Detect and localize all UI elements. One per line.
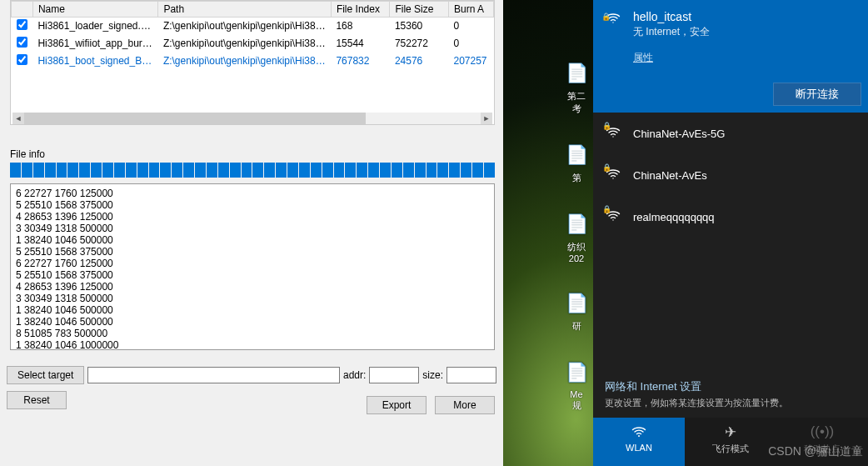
quick-action-飞行模式[interactable]: ✈飞行模式 <box>685 418 776 466</box>
horizontal-scrollbar[interactable]: ◄ ► <box>12 113 492 124</box>
quick-action-label: WLAN <box>593 443 685 453</box>
progress-segment <box>149 163 160 178</box>
progress-segment <box>403 163 414 178</box>
progress-segment <box>207 163 217 178</box>
col-burn[interactable]: Burn A <box>448 2 493 18</box>
wifi-secure-icon: 🔒 <box>605 208 623 226</box>
wifi-item-label: ChinaNet-AvEs <box>633 169 707 182</box>
desktop-icons-column: 📄第二考📄第📄纺织202📄研📄Me规 <box>560 58 593 437</box>
wifi-current-network[interactable]: 🔒 hello_itcast 无 Internet，安全 属性 断开连接 <box>593 0 868 113</box>
log-textarea[interactable]: 6 22727 1760 125000 5 25510 1568 375000 … <box>10 183 495 350</box>
col-file-index[interactable]: File Index <box>331 2 390 18</box>
progress-segment <box>334 163 345 178</box>
desktop-shortcut[interactable]: 📄纺织202 <box>560 209 593 263</box>
progress-segment <box>102 163 113 178</box>
wifi-network-item[interactable]: 🔒ChinaNet-AvEs-5G <box>593 113 868 154</box>
progress-segment <box>172 163 182 178</box>
quick-action-icon: ((•)) <box>776 423 868 441</box>
reset-button[interactable]: Reset <box>7 391 67 409</box>
cell-size: 752272 <box>390 35 449 53</box>
cell-name: Hi3861_wifiiot_app_burn... <box>32 35 157 53</box>
progress-segment <box>311 163 322 178</box>
cell-index: 168 <box>331 18 390 35</box>
desktop-shortcut[interactable]: 📄研 <box>560 288 593 333</box>
progress-segment <box>461 163 471 178</box>
col-name[interactable]: Name <box>32 2 157 18</box>
shortcut-label: 纺织202 <box>560 241 593 263</box>
cell-size: 15360 <box>390 18 449 35</box>
target-input[interactable] <box>87 367 340 383</box>
wifi-secure-icon: 🔒 <box>605 166 623 184</box>
disconnect-button[interactable]: 断开连接 <box>773 83 861 106</box>
table-row[interactable]: Hi3861_loader_signed.bin Z:\genkipi\out\… <box>12 18 494 35</box>
settings-subtitle: 更改设置，例如将某连接设置为按流量计费。 <box>605 397 856 409</box>
progress-segment <box>449 163 460 178</box>
shortcut-label: 第二考 <box>560 90 593 115</box>
quick-action-WLAN[interactable]: WLAN <box>593 418 685 466</box>
wifi-properties-link[interactable]: 属性 <box>633 51 653 65</box>
progress-segment <box>45 163 56 178</box>
file-icon: 📄 <box>561 140 591 170</box>
desktop-shortcut[interactable]: 📄第二考 <box>560 58 593 115</box>
row-checkbox[interactable] <box>17 54 27 65</box>
quick-action-label: 移动热点 <box>776 443 868 455</box>
wifi-item-label: realmeqqqqqqqq <box>633 211 715 223</box>
wifi-name: hello_itcast <box>633 10 856 23</box>
file-table: Name Path File Index File Size Burn A Hi… <box>11 1 494 70</box>
wifi-secure-icon: 🔒 <box>605 10 623 28</box>
progress-segment <box>357 163 367 178</box>
cell-burn: 207257 <box>448 53 493 70</box>
wifi-network-item[interactable]: 🔒realmeqqqqqqqq <box>593 196 868 238</box>
network-settings-link[interactable]: 网络和 Internet 设置 更改设置，例如将某连接设置为按流量计费。 <box>593 371 868 418</box>
progress-segment <box>57 163 67 178</box>
size-label: size: <box>422 369 443 381</box>
export-button[interactable]: Export <box>367 396 427 414</box>
progress-segment <box>67 163 78 178</box>
file-icon: 📄 <box>561 358 591 388</box>
desktop-shortcut[interactable]: 📄第 <box>560 140 593 184</box>
cell-path: Z:\genkipi\out\genkipi\genkipi\Hi3861... <box>158 35 332 53</box>
col-checkbox[interactable] <box>12 2 33 18</box>
table-row[interactable]: Hi3861_wifiiot_app_burn... Z:\genkipi\ou… <box>12 35 494 53</box>
burn-tool-window: Name Path File Index File Size Burn A Hi… <box>0 0 503 466</box>
file-info-label: File info <box>10 148 45 160</box>
quick-action-bar: WLAN✈飞行模式((•))移动热点 <box>593 418 868 466</box>
cell-index: 15544 <box>331 35 390 53</box>
progress-segment <box>230 163 241 178</box>
progress-segment <box>242 163 252 178</box>
file-table-container: Name Path File Index File Size Burn A Hi… <box>10 0 495 125</box>
wifi-flyout: 🔒 hello_itcast 无 Internet，安全 属性 断开连接 🔒Ch… <box>593 0 868 466</box>
progress-segment <box>437 163 448 178</box>
progress-segment <box>91 163 102 178</box>
select-target-button[interactable]: Select target <box>7 366 84 384</box>
svg-point-0 <box>638 435 640 437</box>
cell-burn: 0 <box>448 35 493 53</box>
cell-path: Z:\genkipi\out\genkipi\genkipi\Hi3861... <box>158 18 332 35</box>
more-button[interactable]: More <box>435 396 495 414</box>
wifi-network-item[interactable]: 🔒ChinaNet-AvEs <box>593 154 868 196</box>
progress-segment <box>79 163 90 178</box>
scroll-track[interactable] <box>24 113 481 124</box>
desktop-background: 📄第二考📄第📄纺织202📄研📄Me规 🔒 hello_itcast 无 Inte… <box>503 0 868 466</box>
scroll-left-icon[interactable]: ◄ <box>12 113 24 124</box>
progress-segment <box>472 163 483 178</box>
file-icon: 📄 <box>561 58 591 88</box>
col-file-size[interactable]: File Size <box>390 2 449 18</box>
col-path[interactable]: Path <box>158 2 332 18</box>
addr-label: addr: <box>343 369 366 381</box>
size-input[interactable] <box>446 367 496 383</box>
progress-segment <box>10 163 21 178</box>
row-checkbox[interactable] <box>17 37 27 48</box>
row-checkbox[interactable] <box>17 19 27 30</box>
progress-segment <box>137 163 148 178</box>
progress-segment <box>252 163 263 178</box>
scroll-thumb[interactable] <box>24 113 366 124</box>
progress-segment <box>415 163 426 178</box>
cell-size: 24576 <box>390 53 449 70</box>
table-row[interactable]: Hi3861_boot_signed_B.bin Z:\genkipi\out\… <box>12 53 494 70</box>
quick-action-移动热点: ((•))移动热点 <box>776 418 868 466</box>
progress-segment <box>322 163 333 178</box>
desktop-shortcut[interactable]: 📄Me规 <box>560 358 593 412</box>
scroll-right-icon[interactable]: ► <box>481 113 492 124</box>
addr-input[interactable] <box>369 367 419 383</box>
